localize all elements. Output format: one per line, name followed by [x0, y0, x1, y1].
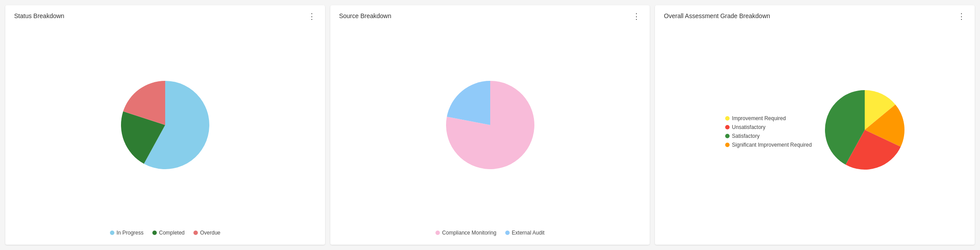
legend-label-compliance: Compliance Monitoring — [442, 230, 496, 236]
card2-more-icon[interactable]: ⋮ — [632, 12, 641, 20]
legend-label-overdue: Overdue — [200, 230, 220, 236]
card1-chart-area — [14, 24, 316, 226]
legend-item-overdue: Overdue — [193, 230, 220, 236]
legend-dot-compliance — [435, 231, 440, 235]
legend-label-external: External Audit — [512, 230, 545, 236]
card1-title: Status Breakdown — [14, 12, 64, 19]
legend-label-unsatisfactory: Unsatisfactory — [732, 124, 765, 130]
card3-header: Overall Assessment Grade Breakdown ⋮ — [664, 12, 966, 20]
card3-legend: Improvement Required Unsatisfactory Sati… — [721, 115, 812, 148]
legend-dot-external — [505, 231, 510, 235]
legend-item-satisfactory: Satisfactory — [725, 133, 760, 139]
legend-item-compliance: Compliance Monitoring — [435, 230, 496, 236]
card3-content: Improvement Required Unsatisfactory Sati… — [664, 24, 966, 236]
legend-dot-sig-improvement — [725, 143, 730, 147]
legend-label-sig-improvement: Significant Improvement Required — [732, 142, 812, 148]
legend-item-improvement: Improvement Required — [725, 115, 786, 121]
source-breakdown-card: Source Breakdown ⋮ Compliance Monitoring… — [330, 5, 650, 245]
legend-dot-satisfactory — [725, 134, 730, 138]
card3-pie-chart — [821, 86, 909, 174]
card1-header: Status Breakdown ⋮ — [14, 12, 316, 20]
card2-pie-chart — [442, 76, 539, 174]
legend-dot-overdue — [193, 231, 198, 235]
card1-pie-chart-final — [117, 76, 214, 174]
card3-title: Overall Assessment Grade Breakdown — [664, 12, 770, 19]
legend-item-completed: Completed — [152, 230, 185, 236]
card2-chart-area — [339, 24, 641, 226]
card1-legend: In Progress Completed Overdue — [14, 230, 316, 236]
legend-dot-completed — [152, 231, 157, 235]
legend-label-completed: Completed — [159, 230, 185, 236]
legend-dot-in-progress — [110, 231, 114, 235]
card2-header: Source Breakdown ⋮ — [339, 12, 641, 20]
status-breakdown-card: Status Breakdown ⋮ In Progress Completed… — [5, 5, 325, 245]
legend-item-in-progress: In Progress — [110, 230, 144, 236]
legend-label-satisfactory: Satisfactory — [732, 133, 760, 139]
legend-item-unsatisfactory: Unsatisfactory — [725, 124, 765, 130]
card3-more-icon[interactable]: ⋮ — [957, 12, 966, 20]
card2-title: Source Breakdown — [339, 12, 391, 19]
legend-item-sig-improvement: Significant Improvement Required — [725, 142, 812, 148]
legend-label-in-progress: In Progress — [117, 230, 144, 236]
legend-dot-improvement — [725, 116, 730, 121]
overall-assessment-card: Overall Assessment Grade Breakdown ⋮ Imp… — [655, 5, 975, 245]
card2-legend: Compliance Monitoring External Audit — [339, 230, 641, 236]
legend-item-external: External Audit — [505, 230, 545, 236]
legend-dot-unsatisfactory — [725, 125, 730, 129]
legend-label-improvement: Improvement Required — [732, 115, 786, 121]
card1-more-icon[interactable]: ⋮ — [308, 12, 316, 20]
